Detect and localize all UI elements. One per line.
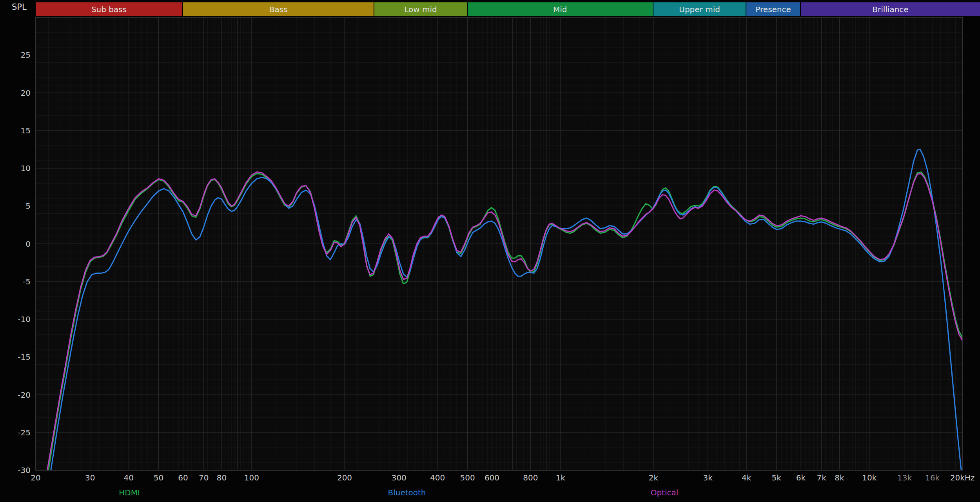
x-tick-label: 100 (244, 473, 259, 482)
x-tick-label: 200 (337, 473, 352, 482)
y-tick-label: 0 (6, 239, 31, 249)
x-tick-label: 1k (556, 473, 565, 482)
x-tick-label: 4k (742, 473, 751, 482)
x-tick-label: 50 (154, 473, 163, 482)
x-tick-label: 30 (85, 473, 95, 482)
y-tick-label: 25 (6, 50, 31, 60)
x-tick-label: 60 (178, 473, 188, 482)
x-tick-label: 70 (199, 473, 209, 482)
y-tick-label: -25 (6, 428, 31, 437)
x-tick-label: 3k (703, 473, 713, 482)
x-tick-label: 20 (31, 473, 40, 482)
plot-canvas (0, 0, 980, 502)
y-tick-label: -30 (6, 466, 31, 475)
x-tick-label: 5k (771, 473, 781, 482)
x-tick-label: 600 (485, 473, 499, 482)
x-tick-label: 7k (817, 473, 826, 482)
legend-item-bluetooth[interactable]: Bluetooth (388, 488, 426, 497)
x-tick-label: 10k (862, 473, 877, 482)
x-tick-label: 800 (523, 473, 538, 482)
x-tick-label: 20kHz (950, 473, 975, 482)
x-tick-label: 400 (430, 473, 445, 482)
y-tick-label: -20 (6, 390, 31, 400)
y-tick-label: -10 (6, 315, 31, 324)
x-tick-label: 40 (123, 473, 133, 482)
x-tick-label: 2k (649, 473, 658, 482)
x-tick-label: 8k (835, 473, 844, 482)
y-tick-label: 5 (6, 201, 31, 211)
x-tick-label: 500 (460, 473, 475, 482)
x-tick-label: 300 (392, 473, 407, 482)
legend-item-hdmi[interactable]: HDMI (119, 488, 140, 497)
y-tick-label: -15 (6, 352, 31, 362)
x-tick-label: 80 (217, 473, 227, 482)
x-tick-label: 16k (925, 473, 940, 482)
frequency-response-chart: SPL Sub bassBassLow midMidUpper midPrese… (0, 0, 980, 502)
x-tick-label: 6k (796, 473, 806, 482)
y-tick-label: -5 (6, 277, 31, 286)
y-tick-label: 10 (6, 164, 31, 173)
y-tick-label: 20 (6, 88, 31, 98)
x-tick-label: 13k (897, 473, 912, 482)
y-tick-label: 15 (6, 126, 31, 135)
legend-item-optical[interactable]: Optical (651, 488, 679, 497)
